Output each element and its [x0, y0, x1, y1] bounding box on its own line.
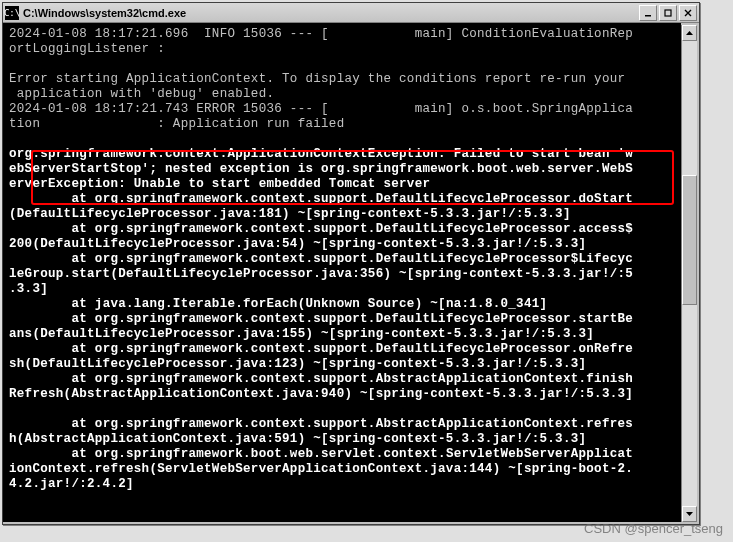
- console-line: at org.springframework.context.support.D…: [9, 342, 675, 357]
- console-line: at org.springframework.context.support.A…: [9, 417, 675, 432]
- console-line: at org.springframework.context.support.D…: [9, 192, 675, 207]
- console-line: leGroup.start(DefaultLifecycleProcessor.…: [9, 267, 675, 282]
- vertical-scrollbar[interactable]: [681, 25, 697, 522]
- window-title: C:\Windows\system32\cmd.exe: [23, 7, 639, 19]
- console-line: 2024-01-08 18:17:21.743 ERROR 15036 --- …: [9, 102, 675, 117]
- title-bar[interactable]: C:\ C:\Windows\system32\cmd.exe: [3, 3, 699, 23]
- console-line: 200(DefaultLifecycleProcessor.java:54) ~…: [9, 237, 675, 252]
- console-line: ans(DefaultLifecycleProcessor.java:155) …: [9, 327, 675, 342]
- console-line: sh(DefaultLifecycleProcessor.java:123) ~…: [9, 357, 675, 372]
- cmd-icon: C:\: [5, 6, 19, 20]
- console-line: at org.springframework.boot.web.servlet.…: [9, 447, 675, 462]
- console-line: org.springframework.context.ApplicationC…: [9, 147, 675, 162]
- console-line: 4.2.jar!/:2.4.2]: [9, 477, 675, 492]
- console-line: at java.lang.Iterable.forEach(Unknown So…: [9, 297, 675, 312]
- maximize-button[interactable]: [659, 5, 677, 21]
- console-line: [9, 57, 675, 72]
- scrollbar-thumb[interactable]: [682, 175, 697, 305]
- console-line: Error starting ApplicationContext. To di…: [9, 72, 675, 87]
- console-line: .3.3]: [9, 282, 675, 297]
- close-button[interactable]: [679, 5, 697, 21]
- console-line: h(AbstractApplicationContext.java:591) ~…: [9, 432, 675, 447]
- console-line: 2024-01-08 18:17:21.696 INFO 15036 --- […: [9, 27, 675, 42]
- console-line: at org.springframework.context.support.A…: [9, 372, 675, 387]
- console-line: at org.springframework.context.support.D…: [9, 312, 675, 327]
- console-line: ortLoggingListener :: [9, 42, 675, 57]
- svg-rect-0: [645, 15, 651, 17]
- console-line: Refresh(AbstractApplicationContext.java:…: [9, 387, 675, 402]
- console-line: [9, 402, 675, 417]
- console-line: erverException: Unable to start embedded…: [9, 177, 675, 192]
- console-line: ionContext.refresh(ServletWebServerAppli…: [9, 462, 675, 477]
- scroll-up-button[interactable]: [682, 25, 697, 41]
- window-controls: [639, 5, 697, 21]
- console-output[interactable]: 2024-01-08 18:17:21.696 INFO 15036 --- […: [3, 23, 681, 522]
- console-line: tion : Application run failed: [9, 117, 675, 132]
- console-line: [9, 132, 675, 147]
- console-line: (DefaultLifecycleProcessor.java:181) ~[s…: [9, 207, 675, 222]
- cmd-window: C:\ C:\Windows\system32\cmd.exe 2024-01-…: [2, 2, 700, 525]
- scroll-down-button[interactable]: [682, 506, 697, 522]
- console-line: ebServerStartStop'; nested exception is …: [9, 162, 675, 177]
- console-line: at org.springframework.context.support.D…: [9, 252, 675, 267]
- console-line: application with 'debug' enabled.: [9, 87, 675, 102]
- svg-rect-1: [665, 10, 671, 16]
- console-line: at org.springframework.context.support.D…: [9, 222, 675, 237]
- minimize-button[interactable]: [639, 5, 657, 21]
